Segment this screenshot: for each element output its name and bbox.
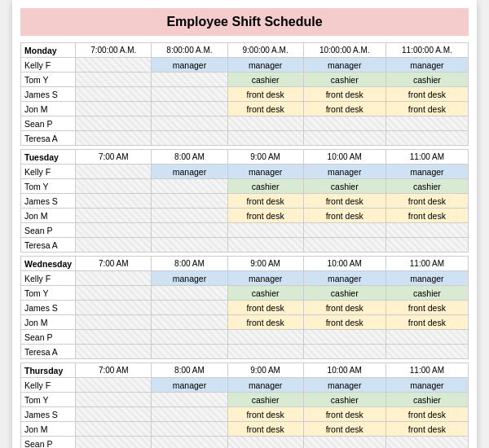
time-header-3-1: 8:00 AM <box>152 363 227 378</box>
shift-cell <box>152 87 227 102</box>
employee-name: Jon M <box>21 209 76 223</box>
table-row: Tom Ycashiercashiercashier <box>21 72 469 87</box>
employee-name: Jon M <box>21 422 76 437</box>
shift-cell: front desk <box>227 422 303 437</box>
table-row: Tom Ycashiercashiercashier <box>21 393 469 407</box>
table-row: Tom Ycashiercashiercashier <box>21 179 469 194</box>
shift-cell: manager <box>227 165 303 179</box>
shift-cell: cashier <box>227 393 303 407</box>
shift-cell: manager <box>385 378 468 393</box>
table-row: James Sfront deskfront deskfront desk <box>21 301 469 315</box>
shift-cell: front desk <box>303 87 385 102</box>
employee-name: Teresa A <box>21 131 76 146</box>
table-row: James Sfront deskfront deskfront desk <box>21 407 469 422</box>
shift-cell <box>76 116 152 131</box>
shift-cell <box>76 223 152 238</box>
employee-name: Kelly F <box>21 58 76 72</box>
shift-cell: manager <box>385 165 468 179</box>
table-row: Tom Ycashiercashiercashier <box>21 286 469 301</box>
shift-cell: front desk <box>385 301 468 315</box>
table-row: Sean P <box>21 223 469 238</box>
shift-cell: front desk <box>303 407 385 422</box>
shift-cell <box>303 437 385 449</box>
shift-cell <box>76 437 152 449</box>
day-header-thursday: Thursday <box>21 363 76 378</box>
shift-cell: cashier <box>227 179 303 194</box>
shift-cell <box>152 407 227 422</box>
shift-cell: cashier <box>303 72 385 87</box>
employee-name: Sean P <box>21 116 76 131</box>
time-header-1-3: 10:00 AM <box>303 150 385 165</box>
shift-cell <box>385 116 468 131</box>
shift-cell <box>152 223 227 238</box>
time-header-2-1: 8:00 AM <box>152 257 227 271</box>
shift-cell <box>152 194 227 209</box>
table-row: Teresa A <box>21 238 469 253</box>
shift-cell <box>385 131 468 146</box>
shift-cell <box>76 165 152 179</box>
shift-cell <box>227 131 303 146</box>
table-row: Jon Mfront deskfront deskfront desk <box>21 422 469 437</box>
time-header-0-3: 10:00:00 A.M. <box>303 43 385 58</box>
shift-cell: manager <box>152 378 227 393</box>
shift-cell: front desk <box>385 209 468 223</box>
time-header-3-2: 9:00 AM <box>227 363 303 378</box>
shift-cell <box>152 345 227 359</box>
time-header-1-0: 7:00 AM <box>76 150 152 165</box>
employee-name: Teresa A <box>21 238 76 253</box>
shift-cell: front desk <box>227 194 303 209</box>
shift-cell: cashier <box>385 393 468 407</box>
shift-cell: front desk <box>385 102 468 116</box>
shift-cell <box>152 393 227 407</box>
table-row: Kelly Fmanagermanagermanagermanager <box>21 378 469 393</box>
day-header-tuesday: Tuesday <box>21 150 76 165</box>
shift-cell: front desk <box>303 315 385 330</box>
shift-cell: cashier <box>385 179 468 194</box>
employee-name: Teresa A <box>21 345 76 359</box>
shift-cell <box>303 238 385 253</box>
shift-cell: front desk <box>303 102 385 116</box>
shift-cell <box>152 286 227 301</box>
table-row: James Sfront deskfront deskfront desk <box>21 87 469 102</box>
shift-cell <box>76 194 152 209</box>
employee-name: Jon M <box>21 315 76 330</box>
shift-cell <box>76 87 152 102</box>
shift-cell: cashier <box>385 72 468 87</box>
time-header-3-0: 7:00 AM <box>76 363 152 378</box>
shift-cell <box>227 238 303 253</box>
shift-cell <box>152 238 227 253</box>
shift-cell <box>385 437 468 449</box>
shift-cell: front desk <box>303 209 385 223</box>
table-row: Sean P <box>21 116 469 131</box>
shift-cell <box>76 209 152 223</box>
shift-cell <box>152 437 227 449</box>
time-header-1-4: 11:00 AM <box>385 150 468 165</box>
shift-cell: front desk <box>227 315 303 330</box>
employee-name: James S <box>21 301 76 315</box>
shift-cell <box>385 345 468 359</box>
shift-cell <box>76 378 152 393</box>
shift-cell <box>76 58 152 72</box>
shift-cell <box>76 102 152 116</box>
schedule-container: Employee Shift Schedule Monday7:00:00 A.… <box>12 0 477 448</box>
shift-cell <box>303 223 385 238</box>
day-header-monday: Monday <box>21 43 76 58</box>
employee-name: Kelly F <box>21 165 76 179</box>
shift-cell <box>152 422 227 437</box>
employee-name: Tom Y <box>21 286 76 301</box>
shift-cell: cashier <box>227 72 303 87</box>
time-header-0-1: 8:00:00 A.M. <box>152 43 227 58</box>
shift-cell <box>76 286 152 301</box>
time-header-0-2: 9:00:00 A.M. <box>227 43 303 58</box>
shift-cell <box>76 345 152 359</box>
shift-cell <box>303 345 385 359</box>
shift-cell <box>227 437 303 449</box>
shift-cell <box>76 393 152 407</box>
page-title: Employee Shift Schedule <box>20 8 469 36</box>
shift-cell <box>152 72 227 87</box>
shift-cell: manager <box>303 378 385 393</box>
shift-cell: cashier <box>303 286 385 301</box>
shift-cell: front desk <box>385 407 468 422</box>
shift-cell: manager <box>227 271 303 286</box>
shift-cell: front desk <box>227 209 303 223</box>
